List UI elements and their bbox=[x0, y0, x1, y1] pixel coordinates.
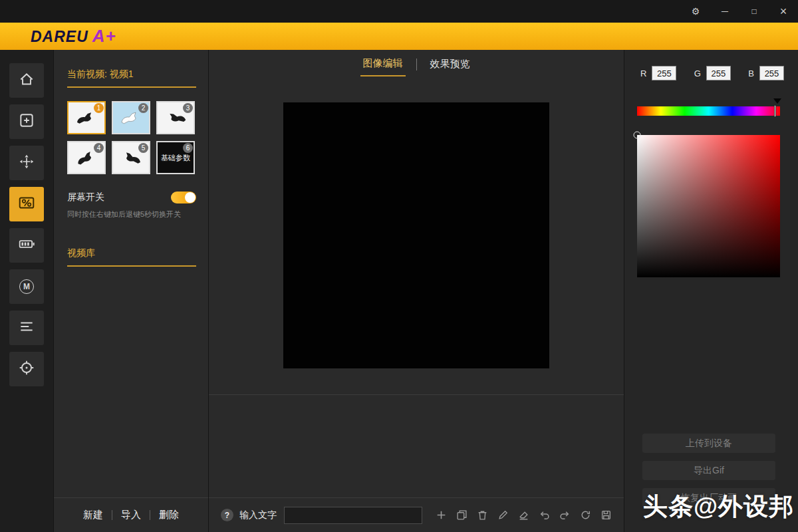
close-button[interactable]: × bbox=[769, 0, 798, 23]
r-label: R bbox=[640, 68, 646, 78]
divider bbox=[150, 510, 150, 520]
brand-bar: DAREU A+ bbox=[0, 23, 798, 50]
pencil-icon[interactable] bbox=[497, 509, 509, 521]
brand-name: DAREU bbox=[31, 28, 88, 46]
screen-switch-toggle[interactable] bbox=[171, 192, 196, 203]
frame-thumbnail-2[interactable]: 2 bbox=[112, 101, 150, 134]
rotate-icon[interactable] bbox=[580, 509, 591, 521]
undo-icon[interactable] bbox=[539, 509, 550, 521]
g-label: G bbox=[694, 68, 701, 78]
editor-tabs: 图像编辑 效果预览 bbox=[209, 50, 624, 79]
home-icon bbox=[18, 70, 35, 90]
watermark-text: 头条@外设邦 bbox=[643, 490, 794, 523]
picker-cursor[interactable] bbox=[634, 132, 641, 139]
video-library-label: 视频库 bbox=[67, 247, 196, 267]
frame-thumbnail-4[interactable]: 4 bbox=[67, 141, 106, 174]
hue-slider-handle[interactable] bbox=[774, 105, 776, 117]
toggle-knob bbox=[185, 192, 196, 203]
hue-gradient bbox=[637, 106, 780, 116]
sidebar-item-battery[interactable] bbox=[9, 228, 44, 263]
sidebar-item-log[interactable] bbox=[9, 311, 44, 345]
maximize-button[interactable]: □ bbox=[739, 0, 769, 23]
color-panel: R G B 上传到设备 导出Gif 恢复出厂动画 bbox=[624, 50, 798, 532]
macro-m-icon: M bbox=[19, 279, 34, 294]
screen-editor-icon bbox=[18, 194, 35, 214]
eraser-icon[interactable] bbox=[518, 509, 529, 521]
video-panel: 当前视频: 视频1 1 2 3 4 bbox=[53, 50, 208, 532]
hue-slider[interactable] bbox=[637, 106, 780, 116]
battery-icon bbox=[18, 235, 35, 255]
frame-number-badge: 1 bbox=[94, 103, 104, 113]
video-actions-bar: 新建 导入 删除 bbox=[54, 497, 208, 532]
delete-button[interactable]: 删除 bbox=[159, 509, 179, 521]
text-input-label: 输入文字 bbox=[239, 509, 277, 521]
sidebar-item-home[interactable] bbox=[9, 63, 44, 98]
copy-icon[interactable] bbox=[456, 509, 467, 521]
new-button[interactable]: 新建 bbox=[83, 509, 103, 521]
import-button[interactable]: 导入 bbox=[121, 509, 141, 521]
g-value-input[interactable] bbox=[706, 66, 731, 80]
screen-switch-hint: 同时按住右键加后退键5秒切换开关 bbox=[67, 209, 196, 219]
divider bbox=[112, 510, 112, 520]
tool-icon-row bbox=[436, 509, 612, 521]
edit-canvas[interactable] bbox=[283, 102, 549, 368]
add-icon[interactable] bbox=[436, 509, 447, 521]
sidebar-item-add[interactable] bbox=[9, 104, 44, 139]
hue-pointer-icon bbox=[773, 98, 781, 104]
frame-thumbnail-3[interactable]: 3 bbox=[156, 101, 195, 134]
brand-mark: A+ bbox=[92, 26, 116, 47]
redo-icon[interactable] bbox=[559, 509, 571, 521]
panel-divider bbox=[209, 394, 624, 395]
trash-icon[interactable] bbox=[477, 509, 488, 521]
frame-number-badge: 4 bbox=[94, 143, 104, 153]
b-label: B bbox=[748, 68, 754, 78]
basic-params-label: 基础参数 bbox=[161, 154, 190, 162]
editor-toolbar: ? 输入文字 bbox=[209, 497, 624, 532]
frame-number-badge: 2 bbox=[138, 103, 148, 113]
saturation-value-picker[interactable] bbox=[637, 135, 780, 277]
frame-thumbnail-grid: 1 2 3 4 5 基础参数 bbox=[67, 101, 196, 174]
frame-thumbnail-1[interactable]: 1 bbox=[67, 101, 106, 134]
text-lines-icon bbox=[18, 318, 35, 338]
sidebar-item-aim[interactable] bbox=[9, 352, 44, 386]
tab-effect-preview[interactable]: 效果预览 bbox=[428, 54, 473, 76]
text-input[interactable] bbox=[284, 507, 422, 524]
b-value-input[interactable] bbox=[759, 66, 784, 80]
screen-switch-label: 屏幕开关 bbox=[67, 192, 104, 203]
titlebar: ⚙ ─ □ × bbox=[0, 0, 798, 23]
r-value-input[interactable] bbox=[652, 66, 676, 80]
add-square-icon bbox=[18, 112, 35, 132]
settings-gear-icon[interactable]: ⚙ bbox=[681, 0, 710, 23]
save-icon[interactable] bbox=[600, 509, 612, 521]
export-gif-button[interactable]: 导出Gif bbox=[642, 461, 775, 480]
current-video-label: 当前视频: 视频1 bbox=[67, 68, 196, 88]
help-icon[interactable]: ? bbox=[221, 509, 233, 521]
tab-divider bbox=[416, 59, 417, 70]
tab-image-edit[interactable]: 图像编辑 bbox=[360, 53, 406, 76]
minimize-button[interactable]: ─ bbox=[710, 0, 739, 23]
frame-number-badge: 6 bbox=[183, 143, 193, 153]
rgb-inputs: R G B bbox=[640, 66, 784, 80]
brand-logo: DAREU A+ bbox=[31, 26, 116, 47]
sidebar: M bbox=[0, 50, 53, 532]
frame-thumbnail-5[interactable]: 5 bbox=[112, 141, 150, 174]
frame-thumbnail-6-basic-params[interactable]: 基础参数 6 bbox=[156, 141, 195, 174]
frame-number-badge: 3 bbox=[183, 103, 193, 113]
move-arrows-icon bbox=[18, 153, 35, 173]
sidebar-item-move[interactable] bbox=[9, 146, 44, 180]
crosshair-icon bbox=[18, 359, 35, 379]
sidebar-item-macro[interactable]: M bbox=[9, 269, 44, 304]
editor-panel: 图像编辑 效果预览 ? 输入文字 bbox=[208, 50, 624, 532]
frame-number-badge: 5 bbox=[138, 143, 148, 153]
app-window: ⚙ ─ □ × DAREU A+ M bbox=[0, 0, 798, 532]
upload-to-device-button[interactable]: 上传到设备 bbox=[642, 434, 775, 453]
sidebar-item-screen[interactable] bbox=[9, 187, 44, 221]
